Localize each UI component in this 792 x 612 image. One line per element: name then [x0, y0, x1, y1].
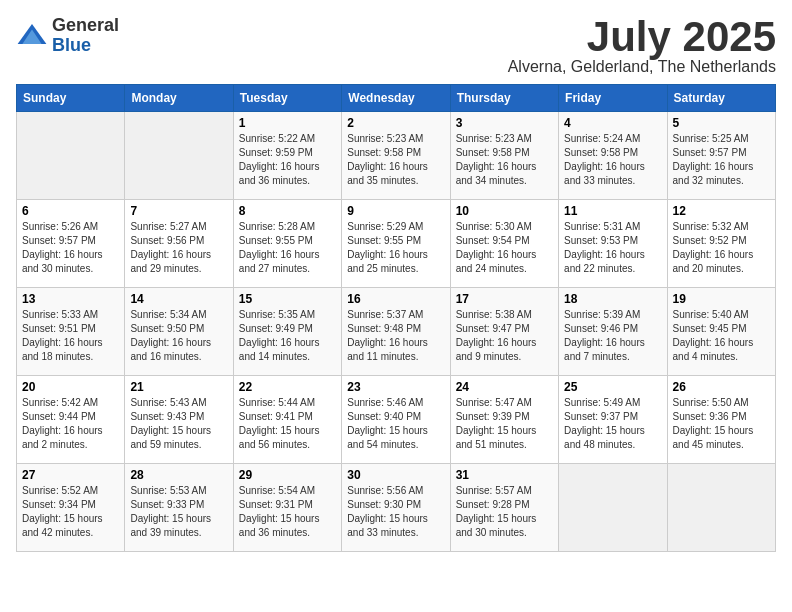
calendar-cell: 12Sunrise: 5:32 AM Sunset: 9:52 PM Dayli…	[667, 200, 775, 288]
calendar-cell: 13Sunrise: 5:33 AM Sunset: 9:51 PM Dayli…	[17, 288, 125, 376]
calendar-cell: 11Sunrise: 5:31 AM Sunset: 9:53 PM Dayli…	[559, 200, 667, 288]
header: General Blue July 2025 Alverna, Gelderla…	[16, 16, 776, 76]
calendar-body: 1Sunrise: 5:22 AM Sunset: 9:59 PM Daylig…	[17, 112, 776, 552]
day-detail: Sunrise: 5:43 AM Sunset: 9:43 PM Dayligh…	[130, 396, 227, 452]
calendar-cell: 28Sunrise: 5:53 AM Sunset: 9:33 PM Dayli…	[125, 464, 233, 552]
day-number: 6	[22, 204, 119, 218]
calendar-cell: 22Sunrise: 5:44 AM Sunset: 9:41 PM Dayli…	[233, 376, 341, 464]
calendar-cell: 26Sunrise: 5:50 AM Sunset: 9:36 PM Dayli…	[667, 376, 775, 464]
day-number: 18	[564, 292, 661, 306]
day-number: 7	[130, 204, 227, 218]
calendar-cell: 15Sunrise: 5:35 AM Sunset: 9:49 PM Dayli…	[233, 288, 341, 376]
title-area: July 2025 Alverna, Gelderland, The Nethe…	[508, 16, 776, 76]
day-number: 5	[673, 116, 770, 130]
calendar-cell: 8Sunrise: 5:28 AM Sunset: 9:55 PM Daylig…	[233, 200, 341, 288]
day-header-sunday: Sunday	[17, 85, 125, 112]
calendar-cell: 30Sunrise: 5:56 AM Sunset: 9:30 PM Dayli…	[342, 464, 450, 552]
day-number: 29	[239, 468, 336, 482]
day-detail: Sunrise: 5:22 AM Sunset: 9:59 PM Dayligh…	[239, 132, 336, 188]
day-number: 30	[347, 468, 444, 482]
calendar-week-row: 6Sunrise: 5:26 AM Sunset: 9:57 PM Daylig…	[17, 200, 776, 288]
day-number: 16	[347, 292, 444, 306]
day-number: 10	[456, 204, 553, 218]
day-detail: Sunrise: 5:30 AM Sunset: 9:54 PM Dayligh…	[456, 220, 553, 276]
calendar-week-row: 27Sunrise: 5:52 AM Sunset: 9:34 PM Dayli…	[17, 464, 776, 552]
day-detail: Sunrise: 5:56 AM Sunset: 9:30 PM Dayligh…	[347, 484, 444, 540]
day-header-friday: Friday	[559, 85, 667, 112]
day-number: 26	[673, 380, 770, 394]
day-number: 11	[564, 204, 661, 218]
logo-icon	[16, 20, 48, 52]
day-detail: Sunrise: 5:29 AM Sunset: 9:55 PM Dayligh…	[347, 220, 444, 276]
calendar-week-row: 13Sunrise: 5:33 AM Sunset: 9:51 PM Dayli…	[17, 288, 776, 376]
calendar-cell: 1Sunrise: 5:22 AM Sunset: 9:59 PM Daylig…	[233, 112, 341, 200]
day-detail: Sunrise: 5:40 AM Sunset: 9:45 PM Dayligh…	[673, 308, 770, 364]
day-number: 2	[347, 116, 444, 130]
day-number: 1	[239, 116, 336, 130]
calendar-week-row: 20Sunrise: 5:42 AM Sunset: 9:44 PM Dayli…	[17, 376, 776, 464]
calendar-cell: 25Sunrise: 5:49 AM Sunset: 9:37 PM Dayli…	[559, 376, 667, 464]
day-detail: Sunrise: 5:35 AM Sunset: 9:49 PM Dayligh…	[239, 308, 336, 364]
day-number: 20	[22, 380, 119, 394]
calendar-cell: 2Sunrise: 5:23 AM Sunset: 9:58 PM Daylig…	[342, 112, 450, 200]
day-number: 31	[456, 468, 553, 482]
calendar-cell: 3Sunrise: 5:23 AM Sunset: 9:58 PM Daylig…	[450, 112, 558, 200]
day-number: 13	[22, 292, 119, 306]
calendar-cell	[667, 464, 775, 552]
day-header-thursday: Thursday	[450, 85, 558, 112]
day-detail: Sunrise: 5:47 AM Sunset: 9:39 PM Dayligh…	[456, 396, 553, 452]
day-detail: Sunrise: 5:42 AM Sunset: 9:44 PM Dayligh…	[22, 396, 119, 452]
day-number: 14	[130, 292, 227, 306]
logo-general: General	[52, 16, 119, 36]
calendar-cell: 6Sunrise: 5:26 AM Sunset: 9:57 PM Daylig…	[17, 200, 125, 288]
calendar-cell: 19Sunrise: 5:40 AM Sunset: 9:45 PM Dayli…	[667, 288, 775, 376]
calendar-cell: 17Sunrise: 5:38 AM Sunset: 9:47 PM Dayli…	[450, 288, 558, 376]
calendar-cell	[559, 464, 667, 552]
day-detail: Sunrise: 5:46 AM Sunset: 9:40 PM Dayligh…	[347, 396, 444, 452]
day-detail: Sunrise: 5:49 AM Sunset: 9:37 PM Dayligh…	[564, 396, 661, 452]
day-detail: Sunrise: 5:26 AM Sunset: 9:57 PM Dayligh…	[22, 220, 119, 276]
day-detail: Sunrise: 5:23 AM Sunset: 9:58 PM Dayligh…	[456, 132, 553, 188]
month-title: July 2025	[508, 16, 776, 58]
day-header-wednesday: Wednesday	[342, 85, 450, 112]
day-detail: Sunrise: 5:34 AM Sunset: 9:50 PM Dayligh…	[130, 308, 227, 364]
day-number: 22	[239, 380, 336, 394]
day-number: 15	[239, 292, 336, 306]
day-number: 17	[456, 292, 553, 306]
day-number: 4	[564, 116, 661, 130]
day-number: 8	[239, 204, 336, 218]
calendar-cell: 24Sunrise: 5:47 AM Sunset: 9:39 PM Dayli…	[450, 376, 558, 464]
day-detail: Sunrise: 5:50 AM Sunset: 9:36 PM Dayligh…	[673, 396, 770, 452]
day-number: 21	[130, 380, 227, 394]
day-detail: Sunrise: 5:37 AM Sunset: 9:48 PM Dayligh…	[347, 308, 444, 364]
day-number: 25	[564, 380, 661, 394]
day-header-tuesday: Tuesday	[233, 85, 341, 112]
day-detail: Sunrise: 5:52 AM Sunset: 9:34 PM Dayligh…	[22, 484, 119, 540]
logo-blue: Blue	[52, 36, 119, 56]
day-header-monday: Monday	[125, 85, 233, 112]
day-detail: Sunrise: 5:25 AM Sunset: 9:57 PM Dayligh…	[673, 132, 770, 188]
calendar-cell: 10Sunrise: 5:30 AM Sunset: 9:54 PM Dayli…	[450, 200, 558, 288]
calendar-cell: 16Sunrise: 5:37 AM Sunset: 9:48 PM Dayli…	[342, 288, 450, 376]
calendar-cell: 5Sunrise: 5:25 AM Sunset: 9:57 PM Daylig…	[667, 112, 775, 200]
day-detail: Sunrise: 5:33 AM Sunset: 9:51 PM Dayligh…	[22, 308, 119, 364]
calendar-cell	[125, 112, 233, 200]
day-detail: Sunrise: 5:38 AM Sunset: 9:47 PM Dayligh…	[456, 308, 553, 364]
day-number: 12	[673, 204, 770, 218]
calendar-cell: 7Sunrise: 5:27 AM Sunset: 9:56 PM Daylig…	[125, 200, 233, 288]
day-detail: Sunrise: 5:24 AM Sunset: 9:58 PM Dayligh…	[564, 132, 661, 188]
calendar-table: SundayMondayTuesdayWednesdayThursdayFrid…	[16, 84, 776, 552]
calendar-cell	[17, 112, 125, 200]
day-detail: Sunrise: 5:27 AM Sunset: 9:56 PM Dayligh…	[130, 220, 227, 276]
day-detail: Sunrise: 5:28 AM Sunset: 9:55 PM Dayligh…	[239, 220, 336, 276]
calendar-cell: 23Sunrise: 5:46 AM Sunset: 9:40 PM Dayli…	[342, 376, 450, 464]
day-number: 23	[347, 380, 444, 394]
day-number: 3	[456, 116, 553, 130]
day-number: 27	[22, 468, 119, 482]
calendar-cell: 21Sunrise: 5:43 AM Sunset: 9:43 PM Dayli…	[125, 376, 233, 464]
logo: General Blue	[16, 16, 119, 56]
calendar-cell: 27Sunrise: 5:52 AM Sunset: 9:34 PM Dayli…	[17, 464, 125, 552]
calendar-cell: 18Sunrise: 5:39 AM Sunset: 9:46 PM Dayli…	[559, 288, 667, 376]
day-detail: Sunrise: 5:44 AM Sunset: 9:41 PM Dayligh…	[239, 396, 336, 452]
day-detail: Sunrise: 5:53 AM Sunset: 9:33 PM Dayligh…	[130, 484, 227, 540]
